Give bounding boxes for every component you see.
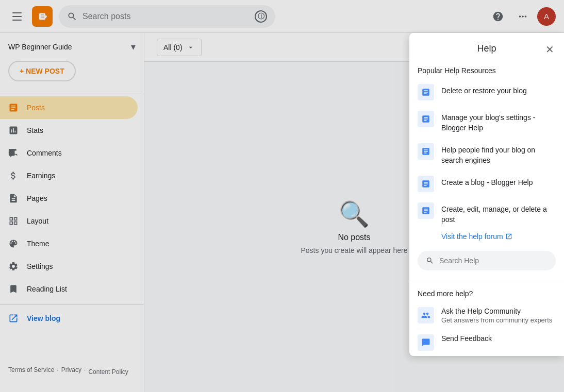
- help-item-0[interactable]: Delete or restore your blog: [409, 79, 564, 106]
- help-divider: [409, 281, 564, 281]
- help-item-text-1: Manage your blog's settings - Blogger He…: [441, 111, 556, 133]
- help-search-input[interactable]: [439, 257, 548, 265]
- help-feedback-label: Send Feedback: [441, 334, 492, 343]
- help-item-text-0: Delete or restore your blog: [441, 84, 527, 96]
- help-community-item[interactable]: Ask the Help Community Get answers from …: [409, 302, 564, 329]
- help-item-4[interactable]: Create, edit, manage, or delete a post: [409, 197, 564, 230]
- forum-link[interactable]: Visit the help forum: [409, 230, 564, 247]
- help-item-text-3: Create a blog - Blogger Help: [441, 176, 533, 188]
- help-item-icon-2: [418, 143, 434, 160]
- help-item-icon-0: [418, 84, 434, 100]
- help-search-bar: [418, 251, 556, 270]
- help-popular-title: Popular Help Resources: [409, 60, 564, 79]
- help-feedback-icon: [418, 334, 434, 351]
- help-feedback-item[interactable]: Send Feedback: [409, 329, 564, 356]
- help-feedback-text: Send Feedback: [441, 334, 492, 343]
- help-item-2[interactable]: Help people find your blog on search eng…: [409, 138, 564, 171]
- help-item-3[interactable]: Create a blog - Blogger Help: [409, 171, 564, 197]
- help-item-icon-3: [418, 176, 434, 192]
- help-more-title: Need more help?: [409, 283, 564, 302]
- help-item-icon-4: [418, 202, 434, 219]
- help-item-text-4: Create, edit, manage, or delete a post: [441, 202, 556, 225]
- help-community-icon: [418, 307, 434, 323]
- help-header: Help ✕: [409, 33, 564, 60]
- help-community-text: Ask the Help Community Get answers from …: [441, 307, 552, 324]
- help-item-1[interactable]: Manage your blog's settings - Blogger He…: [409, 106, 564, 138]
- help-close-button[interactable]: ✕: [541, 41, 558, 58]
- help-community-subtitle: Get answers from community experts: [441, 316, 552, 324]
- help-community-title: Ask the Help Community: [441, 307, 552, 315]
- help-item-icon-1: [418, 111, 434, 127]
- help-panel: Help ✕ Popular Help Resources Delete or …: [409, 33, 564, 356]
- help-item-text-2: Help people find your blog on search eng…: [441, 143, 556, 165]
- help-title: Help: [477, 43, 496, 54]
